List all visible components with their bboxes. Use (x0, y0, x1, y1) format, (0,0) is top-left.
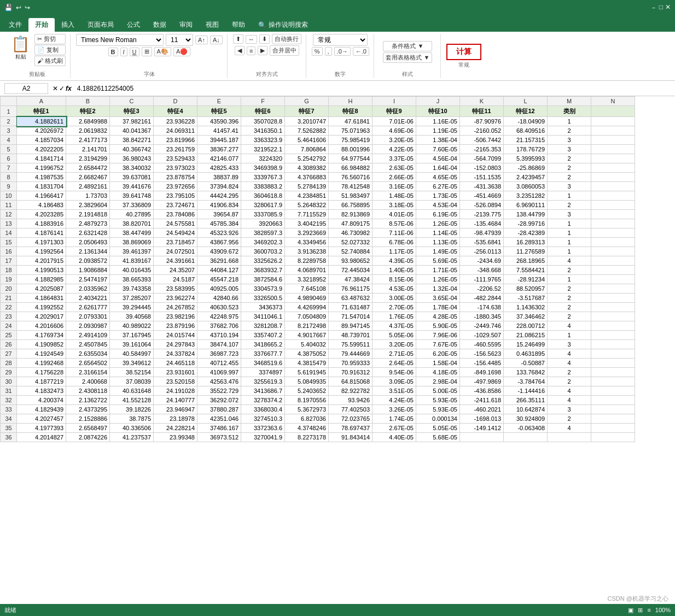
row-header[interactable]: 18 (1, 266, 17, 275)
table-cell[interactable]: 24.228214 (154, 424, 197, 433)
table-cell[interactable]: 3.20E-05 (373, 340, 416, 349)
table-cell[interactable]: 3383883.2 (241, 182, 285, 191)
table-cell[interactable]: 3368030.4 (241, 405, 285, 414)
font-size-select[interactable]: 11 (166, 34, 193, 46)
table-cell[interactable]: 37.346462 (504, 312, 548, 321)
table-cell[interactable]: 1.32E-04 (416, 284, 460, 294)
col-letter-n[interactable]: N (591, 97, 635, 106)
align-left-button[interactable]: ◀ (235, 46, 245, 55)
table-cell[interactable]: 3413686.7 (241, 386, 285, 396)
table-cell-n[interactable] (591, 126, 635, 136)
decrease-decimal-button[interactable]: ←.0 (353, 47, 369, 56)
table-cell[interactable]: 0.4631895 (504, 349, 548, 359)
table-cell[interactable]: 2 (548, 294, 591, 303)
table-cell[interactable]: 4.3349456 (285, 238, 329, 247)
table-format-button[interactable]: 套用表格格式 ▼ (383, 52, 432, 63)
table-cell[interactable]: 3828597.3 (241, 228, 285, 238)
align-middle-button[interactable]: ↔ (246, 35, 257, 44)
table-cell[interactable]: 46.730982 (329, 228, 373, 238)
table-cell[interactable]: 2 (548, 173, 591, 182)
table-cell[interactable]: 2.1914818 (66, 210, 110, 219)
row-header[interactable]: 29 (1, 368, 17, 377)
table-cell[interactable]: 64.815068 (329, 377, 373, 386)
table-cell[interactable]: -2411.618 (460, 396, 504, 405)
table-cell[interactable]: 7.7115529 (285, 210, 329, 219)
table-cell[interactable]: 3.65E-04 (416, 294, 460, 303)
page-break-icon[interactable]: ≡ (647, 607, 650, 614)
table-cell[interactable]: 1.13E-05 (416, 238, 460, 247)
table-cell[interactable]: 2 (548, 126, 591, 136)
table-cell[interactable]: 38.869069 (110, 238, 154, 247)
table-cell[interactable]: 4.1977393 (17, 424, 66, 433)
table-cell[interactable]: 3604618.8 (241, 191, 285, 201)
table-cell[interactable]: 3.4042195 (285, 219, 329, 228)
table-cell[interactable]: 2.0938572 (66, 256, 110, 266)
table-cell[interactable]: 43590.396 (197, 117, 241, 126)
table-cell[interactable]: 2.6261777 (66, 303, 110, 312)
table-cell[interactable]: 4.1987535 (17, 173, 66, 182)
table-cell[interactable]: 4.37E-05 (373, 321, 416, 331)
table-cell[interactable]: 2.6568497 (66, 424, 110, 433)
table-cell[interactable]: 5.05E-06 (373, 331, 416, 340)
table-cell[interactable]: 3.26E-05 (373, 405, 416, 414)
table-cell[interactable]: 1.64E-04 (416, 163, 460, 173)
table-cell[interactable]: 24.575581 (154, 219, 197, 228)
table-cell[interactable]: 3411046.1 (241, 312, 285, 321)
table-cell[interactable]: 5.2648322 (285, 201, 329, 210)
table-cell[interactable]: 43909.672 (197, 247, 241, 256)
table-cell[interactable]: 3872584.6 (241, 275, 285, 284)
table-cell-n[interactable] (591, 256, 635, 266)
table-cell[interactable]: 3278374.2 (241, 396, 285, 405)
table-cell[interactable]: 5.3672973 (285, 405, 329, 414)
table-cell[interactable]: 4.9890469 (285, 294, 329, 303)
table-cell[interactable]: 3.00E-05 (373, 294, 416, 303)
table-cell[interactable]: -2139.775 (460, 210, 504, 219)
table-cell[interactable]: 3 (548, 340, 591, 349)
table-cell[interactable]: 42248.975 (197, 312, 241, 321)
table-cell[interactable]: 5.2784139 (285, 182, 329, 191)
table-cell[interactable]: 3255619.3 (241, 377, 285, 386)
table-cell[interactable]: 3.09E-05 (373, 377, 416, 386)
table-cell[interactable]: 37.336809 (110, 201, 154, 210)
table-cell[interactable]: 1.40E-05 (373, 266, 416, 275)
table-cell-n[interactable] (591, 228, 635, 238)
table-cell[interactable]: 4.53E-05 (373, 284, 416, 294)
table-cell[interactable]: -2206.52 (460, 284, 504, 294)
table-cell[interactable]: 2.400668 (66, 377, 110, 386)
col-letter-k[interactable]: K (460, 97, 504, 106)
table-cell[interactable]: 23.718457 (154, 238, 197, 247)
table-cell[interactable]: 2 (548, 154, 591, 163)
table-cell[interactable]: 64.977544 (329, 154, 373, 163)
table-cell[interactable]: 40630.523 (197, 303, 241, 312)
table-cell[interactable]: 24.465118 (154, 359, 197, 368)
table-cell[interactable]: 2.6564502 (66, 359, 110, 368)
table-cell[interactable]: -256.0113 (460, 247, 504, 256)
table-cell[interactable]: 3270041.9 (241, 433, 285, 442)
table-cell[interactable]: 23.936228 (154, 117, 197, 126)
table-cell[interactable]: 24.072501 (154, 247, 197, 256)
table-cell[interactable]: 38.665393 (110, 275, 154, 284)
table-cell[interactable]: 6.827036 (285, 414, 329, 424)
table-cell[interactable]: 78.697437 (329, 424, 373, 433)
table-cell[interactable]: 4.0689701 (285, 266, 329, 275)
col-letter-g[interactable]: G (285, 97, 329, 106)
table-cell[interactable]: 3339767.3 (241, 173, 285, 182)
table-cell[interactable]: 3281208.7 (241, 321, 285, 331)
table-cell[interactable]: 40.366742 (110, 145, 154, 154)
table-cell[interactable]: 70.916312 (329, 368, 373, 377)
table-cell[interactable]: 2 (548, 163, 591, 173)
table-cell[interactable]: 3416350.1 (241, 126, 285, 136)
row-header[interactable]: 15 (1, 238, 17, 247)
table-cell[interactable]: -460.5595 (460, 340, 504, 349)
table-cell[interactable]: 2.66E-05 (373, 173, 416, 182)
header-col-7[interactable]: 特征7 (285, 106, 329, 117)
tab-insert[interactable]: 插入 (55, 18, 81, 32)
percent-button[interactable]: % (312, 47, 323, 56)
table-cell-n[interactable] (591, 331, 635, 340)
table-cell[interactable]: 5.68E-05 (416, 433, 460, 442)
table-cell[interactable]: 40.041367 (110, 126, 154, 136)
header-col-5[interactable]: 特征5 (197, 106, 241, 117)
tab-help[interactable]: 帮助 (225, 18, 252, 32)
table-cell[interactable]: 7.96E-06 (416, 331, 460, 340)
table-cell[interactable]: 21.086215 (504, 331, 548, 340)
